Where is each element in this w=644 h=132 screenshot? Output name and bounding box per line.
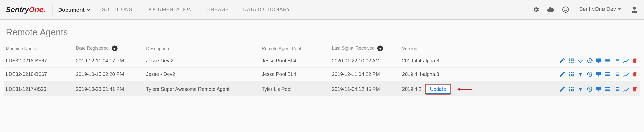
cell-pool: Jesse Pool BL4 xyxy=(260,67,330,81)
apps-button[interactable] xyxy=(568,71,575,77)
sort-desc-icon xyxy=(112,46,117,51)
nav-solutions[interactable]: SOLUTIONS xyxy=(102,7,132,12)
cell-pool: Jesse Pool BL4 xyxy=(260,54,330,67)
tool-button[interactable] xyxy=(623,57,629,64)
delete-button[interactable] xyxy=(632,71,638,77)
wifi-button[interactable] xyxy=(577,71,584,77)
gear-icon xyxy=(532,6,540,13)
nav-lineage[interactable]: LINEAGE xyxy=(206,7,229,12)
col-last-signal[interactable]: Last Signal Received xyxy=(330,43,400,54)
account-button[interactable] xyxy=(630,5,639,14)
cell-signal: 2019-12-11 04:22 PM xyxy=(330,67,400,81)
cell-actions xyxy=(491,81,640,96)
cell-version: 2019.4.4-alpha.8 xyxy=(400,54,491,67)
nav-documentation[interactable]: DOCUMENTATION xyxy=(146,7,192,12)
list-button[interactable] xyxy=(614,57,620,64)
cell-pool: Tyler L's Pool xyxy=(260,81,330,96)
logo-dot: . xyxy=(43,5,45,14)
col-actions xyxy=(491,43,640,54)
tool-button[interactable] xyxy=(623,86,629,92)
cell-version: 2019.4.2 Update xyxy=(400,81,491,96)
monitor-button[interactable] xyxy=(595,57,602,64)
history-button[interactable] xyxy=(586,86,593,92)
col-remote-agent-pool[interactable]: Remote Agent Pool xyxy=(260,43,330,54)
col-version[interactable]: Version xyxy=(400,43,491,54)
table-row: LDE32-0218-B667 2019-12-11 04:17 PM Jess… xyxy=(4,54,640,67)
col-machine-name[interactable]: Machine Name xyxy=(4,43,74,54)
feedback-button[interactable] xyxy=(561,5,570,14)
cell-registered: 2019-10-28 01:41 PM xyxy=(74,81,144,96)
edit-button[interactable] xyxy=(559,86,566,92)
chevron-down-icon xyxy=(86,8,90,12)
document-dropdown-label: Document xyxy=(58,6,84,13)
user-dropdown[interactable]: SentryOne Dev xyxy=(578,5,623,14)
list-button[interactable] xyxy=(614,86,620,92)
page-title: Remote Agents xyxy=(6,27,640,38)
person-icon xyxy=(630,5,639,14)
apps-button[interactable] xyxy=(568,86,575,92)
settings-button[interactable] xyxy=(531,5,540,14)
update-button[interactable]: Update xyxy=(425,85,451,94)
logo-main: Sentry xyxy=(6,5,29,14)
annotation-arrow xyxy=(457,87,472,91)
delete-button[interactable] xyxy=(632,86,638,92)
cell-machine: LDE31-1217-8523 xyxy=(4,81,74,96)
cell-signal: 2019-11-04 12:45 PM xyxy=(330,81,400,96)
details-button[interactable] xyxy=(604,57,611,64)
edit-button[interactable] xyxy=(559,57,566,64)
top-bar: SentryOne. Document SOLUTIONS DOCUMENTAT… xyxy=(0,0,644,20)
details-button[interactable] xyxy=(604,86,611,92)
smile-icon xyxy=(562,6,570,13)
tool-button[interactable] xyxy=(623,71,629,77)
cell-machine: LDE32-0218-B667 xyxy=(4,54,74,67)
document-dropdown[interactable]: Document xyxy=(58,6,90,13)
page-body: Remote Agents Machine Name Date Register… xyxy=(0,20,644,96)
col-date-registered[interactable]: Date Registered xyxy=(74,43,144,54)
nav-data-dictionary[interactable]: DATA DICTIONARY xyxy=(243,7,290,12)
history-button[interactable] xyxy=(586,57,593,64)
divider xyxy=(52,4,53,15)
cell-registered: 2019-12-11 04:17 PM xyxy=(74,54,144,67)
version-text: 2019.4.4-alpha.8 xyxy=(402,58,439,64)
cell-description: Jesse Dev 2 xyxy=(144,54,260,67)
cloud-icon xyxy=(547,5,555,14)
version-text: 2019.4.4-alpha.8 xyxy=(402,71,439,77)
svg-point-2 xyxy=(566,9,567,9)
agents-table: Machine Name Date Registered Description… xyxy=(4,43,640,96)
cell-machine: LDE32-0218-B667 xyxy=(4,67,74,81)
cell-description: Tylers Super Awesome Remote Agent xyxy=(144,81,260,96)
sort-desc-icon xyxy=(378,46,383,51)
svg-point-1 xyxy=(564,9,565,9)
cell-registered: 2019-10-15 02:20 PM xyxy=(74,67,144,81)
col-description[interactable]: Description xyxy=(144,43,260,54)
caret-down-icon xyxy=(618,7,622,11)
edit-button[interactable] xyxy=(559,71,566,77)
cloud-button[interactable] xyxy=(546,5,555,14)
cell-description: Jesse - Dev2 xyxy=(144,67,260,81)
wifi-button[interactable] xyxy=(577,57,584,64)
wifi-button[interactable] xyxy=(577,86,584,92)
svg-point-0 xyxy=(563,7,568,12)
logo-accent: One xyxy=(29,5,43,14)
cell-actions xyxy=(491,67,640,81)
monitor-button[interactable] xyxy=(595,71,602,77)
version-text: 2019.4.2 xyxy=(402,86,421,92)
svg-point-3 xyxy=(633,7,636,10)
table-header-row: Machine Name Date Registered Description… xyxy=(4,43,640,54)
apps-button[interactable] xyxy=(568,57,575,64)
table-row: LDE32-0218-B667 2019-10-15 02:20 PM Jess… xyxy=(4,67,640,81)
user-label: SentryOne Dev xyxy=(579,6,616,12)
list-button[interactable] xyxy=(614,71,620,77)
table-row: LDE31-1217-8523 2019-10-28 01:41 PM Tyle… xyxy=(4,81,640,96)
details-button[interactable] xyxy=(604,71,611,77)
logo[interactable]: SentryOne. xyxy=(6,5,46,14)
monitor-button[interactable] xyxy=(595,86,602,92)
history-button[interactable] xyxy=(586,71,593,77)
cell-version: 2019.4.4-alpha.8 xyxy=(400,67,491,81)
delete-button[interactable] xyxy=(632,57,638,64)
cell-signal: 2020-01-22 10:02 AM xyxy=(330,54,400,67)
cell-actions xyxy=(491,54,640,67)
